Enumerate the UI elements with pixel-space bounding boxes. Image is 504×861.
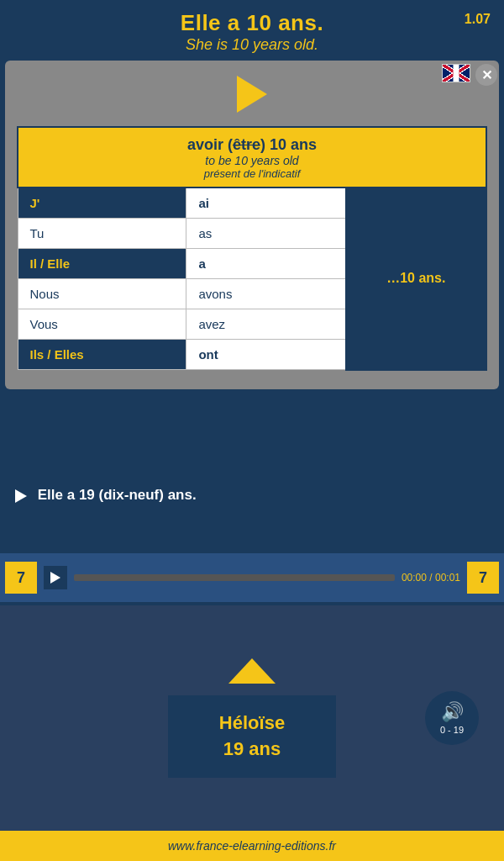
verb-cell: avons — [186, 279, 346, 309]
play-small-icon[interactable] — [15, 489, 27, 503]
pronoun-cell: Ils / Elles — [18, 340, 186, 370]
footer-bar: www.france-elearning-editions.fr — [0, 831, 504, 861]
character-age: 19 ans — [202, 737, 302, 763]
modal-overlay: avoir (être) 10 ans to be 10 years old p… — [5, 61, 499, 389]
verb-title: avoir (être) 10 ans — [24, 136, 480, 154]
pronoun-cell: Il / Elle — [18, 249, 186, 279]
version-badge: 1.07 — [465, 12, 491, 27]
verb-cell: a — [186, 249, 346, 279]
pronoun-cell: Tu — [18, 219, 186, 249]
badge-left: 7 — [5, 562, 37, 594]
sentence-text: Elle a 19 (dix-neuf) ans. — [15, 487, 197, 503]
play-triangle-icon[interactable] — [237, 76, 267, 113]
close-button[interactable]: ✕ — [475, 64, 497, 86]
audio-play-button[interactable] — [44, 566, 67, 589]
audio-player-bar: 7 00:00 / 00:01 7 — [0, 553, 504, 602]
verb-cell: as — [186, 219, 346, 249]
up-arrow-icon — [228, 658, 276, 684]
sentence-area: Elle a 19 (dix-neuf) ans. — [0, 475, 504, 542]
conjugation-table: avoir (être) 10 ans to be 10 years old p… — [17, 126, 487, 371]
audio-range-label: 0 - 19 — [440, 725, 464, 735]
header: Elle a 10 ans. She is 10 years old. — [0, 0, 504, 61]
character-name: Héloïse — [202, 710, 302, 737]
verb-english: to be 10 years old — [24, 154, 480, 167]
table-row: J' ai …10 ans. — [18, 188, 486, 219]
verb-cell: avez — [186, 309, 346, 340]
bottom-content: Héloïse 19 ans 🔊 0 - 19 — [0, 658, 504, 778]
table-header: avoir (être) 10 ans to be 10 years old p… — [18, 127, 486, 188]
badge-right: 7 — [467, 562, 499, 594]
page-subtitle: She is 10 years old. — [0, 36, 504, 54]
result-cell: …10 ans. — [346, 188, 486, 370]
pronoun-cell: J' — [18, 188, 186, 219]
speaker-icon: 🔊 — [441, 701, 464, 723]
name-card: Héloïse 19 ans — [168, 695, 336, 778]
play-button[interactable] — [17, 76, 487, 113]
bottom-area: Héloïse 19 ans 🔊 0 - 19 — [0, 605, 504, 831]
conjugation-body: J' ai …10 ans. Tu as Il / Elle a Nous av… — [18, 188, 486, 370]
time-display: 00:00 / 00:01 — [402, 572, 460, 584]
pronoun-cell: Vous — [18, 309, 186, 340]
pronoun-cell: Nous — [18, 279, 186, 309]
audio-range-button[interactable]: 🔊 0 - 19 — [425, 691, 479, 745]
progress-bar[interactable] — [74, 574, 395, 581]
page-title: Elle a 10 ans. — [0, 10, 504, 36]
verb-cell: ont — [186, 340, 346, 370]
footer-url: www.france-elearning-editions.fr — [168, 839, 336, 853]
uk-flag-icon[interactable] — [442, 64, 470, 82]
verb-mode: présent de l'indicatif — [24, 167, 480, 180]
verb-cell: ai — [186, 188, 346, 219]
